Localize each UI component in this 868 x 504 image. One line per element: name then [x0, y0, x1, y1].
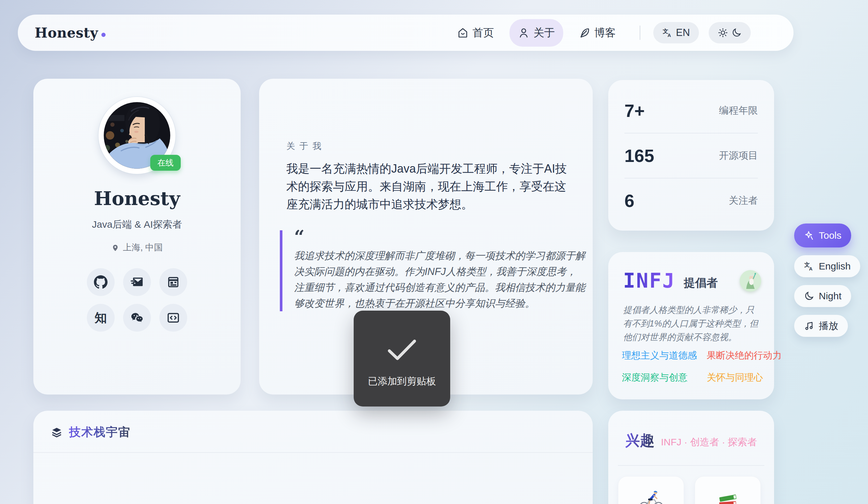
nav-divider — [640, 25, 640, 40]
newspaper-icon — [166, 275, 180, 289]
trait-tag: 果断决绝的行动力 — [707, 349, 782, 362]
tech-stack-card: 技术栈宇宙 Spring Security MyBatis Hexo Postg… — [33, 411, 593, 504]
interests-card: 兴趣 INFJ · 创造者 · 探索者 — [608, 411, 774, 504]
blog-link[interactable] — [159, 268, 187, 296]
stats-card: 7+ 编程年限 165 开源项目 6 关注者 — [608, 80, 774, 230]
code-icon — [166, 311, 180, 325]
quote-block: “ 我追求技术的深度理解而非广度堆砌，每一项技术的学习都源于解决实际问题的内在驱… — [280, 230, 586, 311]
nav-label-home: 首页 — [473, 25, 494, 40]
wechat-link[interactable] — [123, 304, 151, 332]
email-link[interactable] — [123, 268, 151, 296]
stat-label: 编程年限 — [719, 104, 758, 117]
stat-label: 开源项目 — [719, 149, 758, 162]
sparkle-icon — [804, 230, 814, 241]
wizard-icon — [740, 270, 761, 291]
stat-label: 关注者 — [729, 194, 758, 207]
books-icon — [714, 487, 742, 504]
personality-type-label: 提倡者 — [684, 275, 718, 290]
trait-tag: 理想主义与道德感 — [622, 349, 703, 362]
moon-icon — [731, 28, 742, 38]
trait-tag: 深度洞察与创意 — [622, 371, 703, 384]
svg-text:A: A — [668, 33, 671, 38]
zhihu-link[interactable]: 知 — [87, 304, 115, 332]
nav-item-home[interactable]: 首页 — [448, 19, 502, 47]
svg-text:A: A — [809, 266, 813, 271]
site-logo[interactable]: Honesty — [35, 25, 106, 41]
profile-location: 上海, 中国 — [33, 241, 241, 253]
personality-traits: 理想主义与道德感 果断决绝的行动力 深度洞察与创意 关怀与同理心 — [622, 349, 764, 384]
github-icon — [94, 275, 107, 289]
profile-job-title: Java后端 & AI探索者 — [33, 218, 241, 231]
personality-mascot-avatar — [740, 270, 761, 291]
profile-card: 在线 Honesty Java后端 & AI探索者 上海, 中国 知 — [33, 79, 241, 394]
personality-header: INFJ 提倡者 — [623, 269, 761, 292]
language-switch-label: English — [819, 261, 850, 272]
translate-icon: 文A — [804, 261, 814, 271]
quote-mark: “ — [294, 230, 586, 243]
check-icon — [384, 336, 420, 364]
play-music-label: 播放 — [819, 319, 838, 333]
translate-icon: 文A — [662, 28, 673, 38]
interest-item-reading[interactable] — [695, 476, 761, 504]
nav-item-about[interactable]: 关于 — [509, 19, 563, 47]
wechat-icon — [130, 311, 144, 325]
stat-row-coding-years: 7+ 编程年限 — [624, 89, 758, 133]
zhihu-icon: 知 — [95, 310, 107, 326]
home-icon — [457, 27, 469, 39]
interests-grid — [618, 476, 761, 504]
language-toggle-button[interactable]: 文A EN — [653, 22, 699, 43]
personality-description: 提倡者人格类型的人非常稀少，只有不到1%的人口属于这种类型，但他们对世界的贡献不… — [623, 303, 762, 344]
night-mode-label: Night — [819, 290, 841, 301]
tech-tag-cloud: Spring Security MyBatis Hexo Postgresql … — [33, 452, 593, 504]
about-intro-text: 我是一名充满热情的Java后端开发工程师，专注于AI技术的探索与应用。来自湖南，… — [286, 160, 571, 213]
tools-button[interactable]: Tools — [794, 224, 851, 247]
profile-location-text: 上海, 中国 — [123, 241, 163, 253]
stat-value: 6 — [624, 191, 634, 211]
nav-label-blog: 博客 — [594, 25, 616, 40]
tech-stack-title: 技术栈宇宙 — [69, 424, 131, 440]
play-music-button[interactable]: 播放 — [794, 315, 848, 337]
trait-tag: 关怀与同理心 — [707, 371, 782, 384]
interest-item-cycling[interactable] — [618, 476, 684, 504]
night-mode-button[interactable]: Night — [794, 285, 851, 307]
layers-icon — [51, 426, 62, 438]
stat-row-open-source: 165 开源项目 — [624, 133, 758, 178]
cyclist-icon — [637, 487, 665, 504]
logo-dot — [101, 33, 106, 37]
stat-row-followers: 6 关注者 — [624, 178, 758, 223]
language-label: EN — [676, 27, 690, 39]
feather-icon — [579, 27, 590, 39]
theme-toggle-button[interactable] — [709, 22, 751, 43]
user-icon — [518, 27, 529, 39]
interests-title: 兴趣 — [626, 431, 654, 450]
nav-label-about: 关于 — [534, 25, 555, 40]
location-pin-icon — [111, 243, 120, 252]
top-navbar: Honesty 首页 关于 博客 文A EN — [18, 14, 794, 51]
github-link[interactable] — [87, 268, 115, 296]
online-status-badge: 在线 — [150, 155, 181, 171]
interests-divider — [618, 465, 764, 466]
nav-item-blog[interactable]: 博客 — [570, 19, 624, 47]
code-link[interactable] — [159, 304, 187, 332]
stat-value: 165 — [624, 145, 654, 166]
main-nav: 首页 关于 博客 文A EN — [448, 14, 751, 51]
quote-text: 我追求技术的深度理解而非广度堆砌，每一项技术的学习都源于解决实际问题的内在驱动。… — [294, 248, 586, 311]
stats-list: 7+ 编程年限 165 开源项目 6 关注者 — [608, 80, 774, 223]
site-logo-text: Honesty — [35, 25, 98, 41]
avatar-wrap: 在线 — [99, 97, 176, 174]
tech-stack-header: 技术栈宇宙 — [33, 411, 593, 440]
toast-message: 已添加到剪贴板 — [368, 375, 436, 388]
stat-value: 7+ — [624, 100, 645, 121]
interests-subtitle: INFJ · 创造者 · 探索者 — [661, 436, 757, 449]
sun-icon — [718, 28, 728, 38]
tools-label: Tools — [819, 230, 841, 241]
about-section-label: 关 于 我 — [286, 140, 322, 152]
personality-card: INFJ 提倡者 提倡者人格类型的人非常稀少，只有不到1%的人口属于这种类型，但… — [608, 252, 774, 399]
page: Honesty 首页 关于 博客 文A EN — [0, 0, 868, 504]
language-switch-button[interactable]: 文A English — [794, 255, 860, 277]
personality-type: INFJ — [623, 269, 675, 292]
moon-icon — [804, 291, 814, 301]
music-note-icon — [804, 321, 814, 331]
interests-header: 兴趣 INFJ · 创造者 · 探索者 — [608, 411, 774, 450]
clipboard-toast: 已添加到剪贴板 — [354, 311, 450, 407]
